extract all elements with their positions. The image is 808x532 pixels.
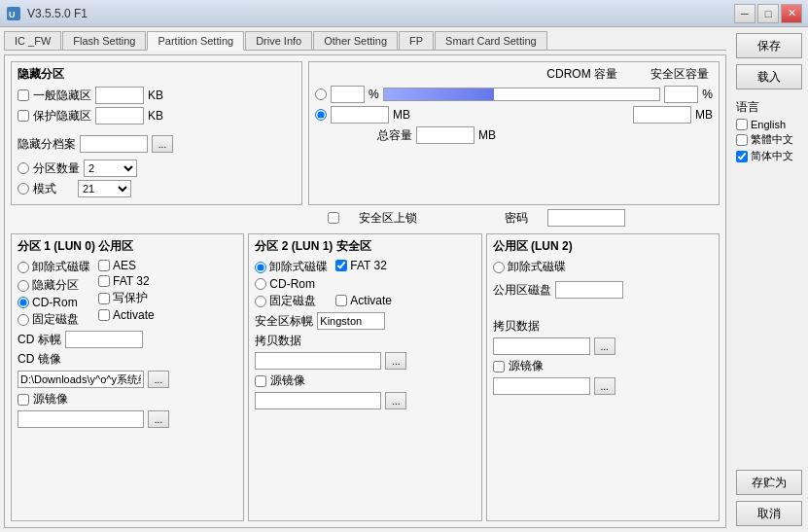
protect-hide-label: 保护隐藏区 <box>33 108 91 124</box>
partition3-title: 公用区 (LUN 2) <box>493 238 713 255</box>
total-capacity-input[interactable] <box>416 126 474 144</box>
maximize-button[interactable]: □ <box>757 4 779 23</box>
lock-checkbox[interactable] <box>328 212 339 224</box>
cd-label-label: CD 标幌 <box>18 332 61 348</box>
p1-fat32-checkbox[interactable] <box>98 275 110 287</box>
p3-mirror-browse[interactable]: ... <box>594 377 615 395</box>
protect-hide-input[interactable] <box>95 107 144 124</box>
p1-mirror-browse[interactable]: ... <box>148 410 169 428</box>
tab-fp[interactable]: FP <box>399 31 434 50</box>
cd-label-input[interactable] <box>65 331 143 348</box>
tab-ic-fw[interactable]: IC _FW <box>4 31 61 50</box>
p2-copy-browse[interactable]: ... <box>385 352 406 370</box>
p1-removable-radio[interactable] <box>18 262 29 273</box>
cd-progress-bar <box>383 88 661 101</box>
partition1-title: 分区 1 (LUN 0) 公用区 <box>18 238 237 255</box>
main-panel: 隐藏分区 一般隐藏区 KB 保护隐藏区 KB <box>4 54 726 528</box>
cdrom-section: CDROM 容量 安全区容量 % % <box>308 61 720 205</box>
p2-fixed-label: 固定磁盘 <box>269 293 316 309</box>
p3-removable-radio[interactable] <box>493 262 505 273</box>
p2-cdrom-radio[interactable] <box>255 278 266 290</box>
p1-write-protect-checkbox[interactable] <box>98 293 110 304</box>
cd-image-browse[interactable]: ... <box>148 371 169 388</box>
p2-copy-label: 拷贝数据 <box>255 333 301 349</box>
tab-partition-setting[interactable]: Partition Setting <box>147 31 244 51</box>
hidden-file-input[interactable] <box>80 135 148 153</box>
window-title: V3.5.5.0 F1 <box>27 7 88 20</box>
normal-hide-input[interactable] <box>95 87 144 104</box>
p3-removable-label: 卸除式磁碟 <box>508 259 566 275</box>
p3-copy-browse[interactable]: ... <box>594 337 615 355</box>
mode-select[interactable]: 2120 <box>78 180 131 197</box>
p1-hidden-radio[interactable] <box>18 280 29 292</box>
simp-chinese-label: 简体中文 <box>751 149 793 163</box>
password-input[interactable] <box>547 209 625 227</box>
save-as-button[interactable]: 存贮为 <box>736 470 802 495</box>
hidden-section-title: 隐藏分区 <box>18 66 296 83</box>
cd-image-input[interactable]: D:\Downloads\y^o^y系统维护 <box>18 371 144 388</box>
partition3-section: 公用区 (LUN 2) 卸除式磁碟 公用区磁盘 拷贝数据 ... <box>486 233 720 521</box>
p1-aes-checkbox[interactable] <box>98 260 110 271</box>
mode-radio[interactable] <box>18 183 29 195</box>
p2-mirror-checkbox[interactable] <box>255 375 266 387</box>
load-button[interactable]: 载入 <box>736 64 802 89</box>
p2-activate-checkbox[interactable] <box>335 295 347 306</box>
p1-fixed-radio[interactable] <box>18 314 29 326</box>
close-button[interactable]: ✕ <box>781 4 802 23</box>
p1-removable-label: 卸除式磁碟 <box>32 259 90 275</box>
p2-fixed-radio[interactable] <box>255 296 266 307</box>
normal-hide-checkbox[interactable] <box>18 89 29 101</box>
hidden-file-label: 隐藏分档案 <box>18 136 76 153</box>
p1-fixed-label: 固定磁盘 <box>32 311 79 328</box>
percent-radio[interactable] <box>315 89 327 100</box>
p3-mirror-checkbox[interactable] <box>493 361 505 372</box>
mb-input1[interactable] <box>331 106 389 124</box>
part-count-select[interactable]: 213 <box>84 160 137 177</box>
p3-public-disk-label: 公用区磁盘 <box>493 282 551 299</box>
tab-flash-setting[interactable]: Flash Setting <box>62 31 146 50</box>
app-icon: U <box>6 6 21 21</box>
trad-chinese-checkbox[interactable] <box>736 134 748 146</box>
p3-mirror-input[interactable] <box>493 377 590 395</box>
p1-aes-label: AES <box>113 259 136 272</box>
part-count-radio[interactable] <box>18 162 29 174</box>
p2-copy-input[interactable] <box>255 352 381 370</box>
hidden-file-browse[interactable]: ... <box>152 135 173 153</box>
p2-removable-radio[interactable] <box>255 262 266 273</box>
kb-label2: KB <box>148 109 163 123</box>
mb-label1: MB <box>393 108 410 122</box>
p1-activate-checkbox[interactable] <box>98 309 110 321</box>
p2-mirror-label: 源镜像 <box>270 372 305 389</box>
tab-smart-card[interactable]: Smart Card Setting <box>435 31 547 50</box>
minimize-button[interactable]: ─ <box>734 4 755 23</box>
cancel-button[interactable]: 取消 <box>736 501 802 526</box>
lock-row: 安全区上锁 密码 <box>11 209 720 227</box>
p2-mirror-input[interactable] <box>255 392 381 409</box>
protect-hide-checkbox[interactable] <box>18 110 29 122</box>
mb-input2[interactable] <box>633 106 691 124</box>
p3-copy-input[interactable] <box>493 337 590 355</box>
bottom-sections: 分区 1 (LUN 0) 公用区 卸除式磁碟 隐藏分区 <box>11 233 720 521</box>
p2-fat32-checkbox[interactable] <box>335 260 347 271</box>
p2-activate-label: Activate <box>350 294 392 307</box>
mb-radio[interactable] <box>315 109 327 121</box>
percent-input[interactable] <box>331 86 365 103</box>
p2-cdrom-label: CD-Rom <box>269 277 315 291</box>
save-button[interactable]: 保存 <box>736 33 802 58</box>
tab-other-setting[interactable]: Other Setting <box>313 31 398 50</box>
p2-mirror-browse[interactable]: ... <box>385 392 406 409</box>
simp-chinese-checkbox[interactable] <box>736 151 748 162</box>
p1-cdrom-radio[interactable] <box>18 297 29 308</box>
tab-drive-info[interactable]: Drive Info <box>245 31 312 50</box>
mb-label2: MB <box>695 108 713 122</box>
p1-mirror-input[interactable] <box>18 410 144 428</box>
safe-percent-input[interactable] <box>664 86 698 103</box>
english-checkbox[interactable] <box>736 119 748 130</box>
kb-label1: KB <box>148 89 163 102</box>
p1-mirror-checkbox[interactable] <box>18 394 29 406</box>
lang-title: 语言 <box>736 99 802 116</box>
p1-hidden-label: 隐藏分区 <box>32 277 79 294</box>
p2-section-label-input[interactable]: Kingston <box>317 312 385 330</box>
password-label: 密码 <box>505 210 528 227</box>
p3-public-disk-input[interactable] <box>555 281 623 299</box>
